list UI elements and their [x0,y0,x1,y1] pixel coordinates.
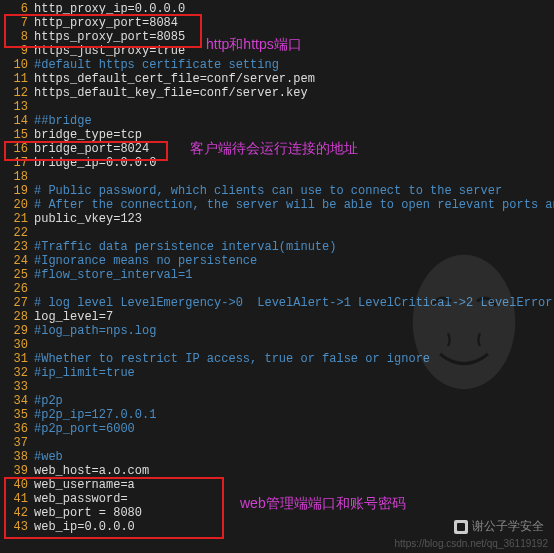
code-text: #web [34,450,554,464]
code-line[interactable]: 39web_host=a.o.com [0,464,554,478]
code-text: web_host=a.o.com [34,464,554,478]
code-line[interactable]: 11https_default_cert_file=conf/server.pe… [0,72,554,86]
code-line[interactable]: 33 [0,380,554,394]
code-line[interactable]: 40web_username=a [0,478,554,492]
code-line[interactable]: 38#web [0,450,554,464]
code-text [34,338,554,352]
code-line[interactable]: 21public_vkey=123 [0,212,554,226]
code-line[interactable]: 19# Public password, which clients can u… [0,184,554,198]
code-line[interactable]: 35#p2p_ip=127.0.0.1 [0,408,554,422]
code-text: #log_path=nps.log [34,324,554,338]
code-text [34,282,554,296]
code-text: # After the connection, the server will … [34,198,554,212]
line-number: 32 [0,366,34,380]
line-number: 43 [0,520,34,534]
code-line[interactable]: 25#flow_store_interval=1 [0,268,554,282]
code-text [34,380,554,394]
code-line[interactable]: 26 [0,282,554,296]
code-line[interactable]: 32#ip_limit=true [0,366,554,380]
line-number: 13 [0,100,34,114]
line-number: 10 [0,58,34,72]
code-text: #p2p_ip=127.0.0.1 [34,408,554,422]
code-text [34,100,554,114]
line-number: 15 [0,128,34,142]
code-line[interactable]: 16bridge_port=8024 [0,142,554,156]
line-number: 28 [0,310,34,324]
code-line[interactable]: 24#Ignorance means no persistence [0,254,554,268]
code-text: #Ignorance means no persistence [34,254,554,268]
line-number: 7 [0,16,34,30]
code-text: # Public password, which clients can use… [34,184,554,198]
line-number: 33 [0,380,34,394]
code-line[interactable]: 9https_just_proxy=true [0,44,554,58]
code-line[interactable]: 15bridge_type=tcp [0,128,554,142]
code-text: #p2p_port=6000 [34,422,554,436]
line-number: 37 [0,436,34,450]
code-line[interactable]: 20# After the connection, the server wil… [0,198,554,212]
code-line[interactable]: 37 [0,436,554,450]
code-text: ##bridge [34,114,554,128]
code-line[interactable]: 7http_proxy_port=8084 [0,16,554,30]
line-number: 31 [0,352,34,366]
code-text: https_just_proxy=true [34,44,554,58]
code-editor[interactable]: 6http_proxy_ip=0.0.0.07http_proxy_port=8… [0,0,554,536]
line-number: 12 [0,86,34,100]
line-number: 26 [0,282,34,296]
source-url: https://blog.csdn.net/qq_36119192 [395,538,548,549]
code-line[interactable]: 28log_level=7 [0,310,554,324]
line-number: 9 [0,44,34,58]
wechat-watermark: 谢公子学安全 [454,518,544,535]
code-text: https_default_cert_file=conf/server.pem [34,72,554,86]
line-number: 24 [0,254,34,268]
code-text [34,170,554,184]
line-number: 40 [0,478,34,492]
code-text: #flow_store_interval=1 [34,268,554,282]
code-line[interactable]: 27# log level LevelEmergency->0 LevelAle… [0,296,554,310]
code-line[interactable]: 22 [0,226,554,240]
code-text: https_proxy_port=8085 [34,30,554,44]
line-number: 27 [0,296,34,310]
code-line[interactable]: 29#log_path=nps.log [0,324,554,338]
line-number: 30 [0,338,34,352]
code-text [34,226,554,240]
code-line[interactable]: 8https_proxy_port=8085 [0,30,554,44]
line-number: 6 [0,2,34,16]
code-line[interactable]: 18 [0,170,554,184]
code-text: http_proxy_port=8084 [34,16,554,30]
code-line[interactable]: 12https_default_key_file=conf/server.key [0,86,554,100]
line-number: 17 [0,156,34,170]
code-line[interactable]: 30 [0,338,554,352]
line-number: 35 [0,408,34,422]
code-text: web_password= [34,492,554,506]
code-line[interactable]: 17bridge_ip=0.0.0.0 [0,156,554,170]
code-text: public_vkey=123 [34,212,554,226]
line-number: 18 [0,170,34,184]
code-text: web_username=a [34,478,554,492]
code-text: http_proxy_ip=0.0.0.0 [34,2,554,16]
line-number: 34 [0,394,34,408]
code-line[interactable]: 10#default https certificate setting [0,58,554,72]
code-text [34,436,554,450]
line-number: 42 [0,506,34,520]
code-text: #p2p [34,394,554,408]
line-number: 14 [0,114,34,128]
code-line[interactable]: 23#Traffic data persistence interval(min… [0,240,554,254]
code-line[interactable]: 6http_proxy_ip=0.0.0.0 [0,2,554,16]
line-number: 25 [0,268,34,282]
line-number: 11 [0,72,34,86]
code-line[interactable]: 13 [0,100,554,114]
line-number: 16 [0,142,34,156]
code-line[interactable]: 31#Whether to restrict IP access, true o… [0,352,554,366]
line-number: 23 [0,240,34,254]
code-line[interactable]: 41web_password= [0,492,554,506]
code-text: bridge_ip=0.0.0.0 [34,156,554,170]
code-line[interactable]: 14##bridge [0,114,554,128]
line-number: 21 [0,212,34,226]
wechat-icon [454,520,468,534]
line-number: 8 [0,30,34,44]
code-line[interactable]: 36#p2p_port=6000 [0,422,554,436]
code-line[interactable]: 34#p2p [0,394,554,408]
line-number: 29 [0,324,34,338]
line-number: 39 [0,464,34,478]
code-text: https_default_key_file=conf/server.key [34,86,554,100]
